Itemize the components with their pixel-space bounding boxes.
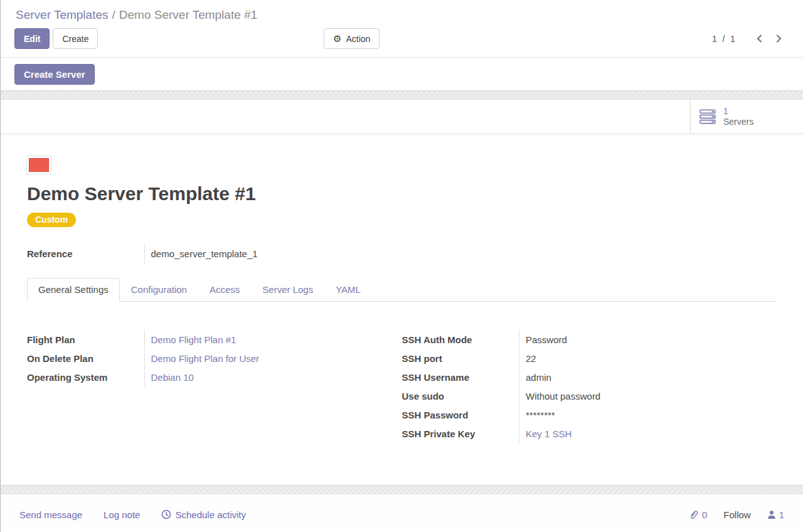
attachments-count: 0: [702, 509, 707, 520]
left-field-group: Flight Plan Demo Flight Plan #1 On Delet…: [27, 330, 402, 443]
record-title: Demo Server Template #1: [27, 183, 777, 205]
ssh-auth-mode-label: SSH Auth Mode: [402, 330, 519, 349]
ssh-username-label: SSH Username: [402, 368, 519, 386]
servers-stat-label: Servers: [723, 117, 753, 128]
servers-icon: [699, 109, 716, 124]
record-image: [27, 156, 51, 174]
use-sudo-label: Use sudo: [402, 386, 519, 405]
create-server-button[interactable]: Create Server: [14, 64, 95, 85]
chevron-right-icon: [775, 34, 783, 43]
flight-plan-value-link[interactable]: Demo Flight Plan #1: [151, 334, 237, 345]
stat-button-row: 1 Servers: [1, 100, 803, 134]
gear-icon: ⚙: [333, 34, 341, 43]
edit-button[interactable]: Edit: [14, 28, 50, 49]
tab-access[interactable]: Access: [198, 278, 251, 302]
ssh-auth-mode-value: Password: [519, 330, 777, 349]
send-message-button[interactable]: Send message: [19, 509, 82, 520]
right-field-group: SSH Auth Mode Password SSH port 22 SSH U…: [402, 330, 777, 443]
form-sheet: 1 Servers Demo Server Template #1 Custom…: [1, 100, 803, 485]
tab-yaml[interactable]: YAML: [324, 278, 372, 302]
schedule-activity-button[interactable]: Schedule activity: [161, 509, 246, 520]
tab-server-logs[interactable]: Server Logs: [251, 278, 324, 302]
on-delete-plan-value-link[interactable]: Demo Flight Plan for User: [151, 353, 260, 364]
divider-top: [1, 90, 803, 100]
divider-bottom: [1, 485, 803, 494]
ssh-private-key-label: SSH Private Key: [402, 424, 519, 443]
sheet-content: Demo Server Template #1 Custom Reference…: [1, 156, 803, 443]
log-note-button[interactable]: Log note: [104, 509, 140, 520]
use-sudo-value: Without password: [519, 386, 777, 405]
operating-system-value-link[interactable]: Debian 10: [151, 372, 194, 383]
field-row-ssh-port: SSH port 22: [402, 349, 777, 368]
chevron-left-icon: [755, 34, 763, 43]
breadcrumb-current: Demo Server Template #1: [119, 8, 257, 21]
tab-configuration[interactable]: Configuration: [120, 278, 198, 302]
field-row-on-delete-plan: On Delete Plan Demo Flight Plan for User: [27, 349, 387, 368]
custom-badge: Custom: [27, 213, 76, 227]
ssh-port-value: 22: [519, 349, 777, 368]
clock-icon: [161, 509, 171, 519]
field-row-ssh-auth-mode: SSH Auth Mode Password: [402, 330, 777, 349]
action-button[interactable]: ⚙ Action: [324, 28, 380, 49]
servers-stat-button[interactable]: 1 Servers: [690, 100, 803, 134]
reference-label: Reference: [27, 243, 144, 265]
servers-stat-value: 1: [723, 106, 753, 117]
ssh-password-value: ********: [519, 405, 777, 424]
operating-system-label: Operating System: [27, 368, 144, 386]
paperclip-icon: [689, 509, 699, 520]
ssh-port-label: SSH port: [402, 349, 519, 368]
ssh-username-value: admin: [519, 368, 777, 386]
field-row-ssh-private-key: SSH Private Key Key 1 SSH: [402, 424, 777, 443]
ssh-password-label: SSH Password: [402, 405, 519, 424]
pager-previous-button[interactable]: [754, 33, 765, 45]
chatter-actions: Send message Log note Schedule activity: [19, 509, 246, 520]
field-row-reference: Reference demo_server_template_1: [27, 243, 258, 265]
flight-plan-label: Flight Plan: [27, 330, 144, 349]
breadcrumb-separator: /: [109, 8, 119, 21]
person-icon: [767, 510, 776, 519]
create-button[interactable]: Create: [53, 28, 98, 49]
tab-general-settings[interactable]: General Settings: [27, 278, 120, 302]
attachments-button[interactable]: 0: [689, 509, 707, 520]
ssh-private-key-value-link[interactable]: Key 1 SSH: [526, 428, 572, 439]
on-delete-plan-label: On Delete Plan: [27, 349, 144, 368]
follow-button[interactable]: Follow: [723, 509, 750, 520]
field-row-operating-system: Operating System Debian 10: [27, 368, 387, 386]
reference-value: demo_server_template_1: [144, 243, 258, 265]
field-row-use-sudo: Use sudo Without password: [402, 386, 777, 405]
breadcrumb-parent-link[interactable]: Server Templates: [16, 8, 109, 21]
pager-next-button[interactable]: [774, 33, 784, 45]
chatter-bar: Send message Log note Schedule activity …: [1, 494, 803, 531]
control-panel-buttons: Edit Create ⚙ Action 1 / 1: [1, 22, 803, 57]
breadcrumb: Server Templates/Demo Server Template #1: [1, 0, 803, 22]
pager-count: 1 / 1: [712, 33, 737, 44]
schedule-activity-label: Schedule activity: [175, 509, 246, 520]
followers-count: 1: [779, 509, 784, 520]
general-settings-panel: Flight Plan Demo Flight Plan #1 On Delet…: [27, 302, 777, 443]
chatter-status: 0 Follow 1: [689, 509, 784, 520]
field-row-flight-plan: Flight Plan Demo Flight Plan #1: [27, 330, 387, 349]
field-row-ssh-password: SSH Password ********: [402, 405, 777, 424]
action-button-label: Action: [346, 34, 370, 44]
followers-button[interactable]: 1: [767, 509, 784, 520]
field-row-ssh-username: SSH Username admin: [402, 368, 777, 386]
notebook-tabs: General Settings Configuration Access Se…: [27, 278, 777, 302]
reference-field-group: Reference demo_server_template_1: [27, 243, 258, 265]
statusbar: Create Server: [1, 57, 803, 90]
pager: 1 / 1: [712, 33, 784, 45]
